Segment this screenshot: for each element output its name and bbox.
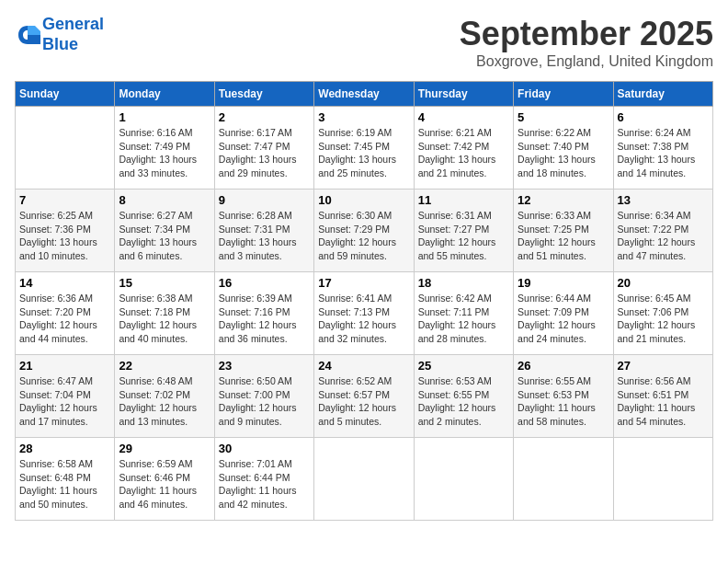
logo-text: General Blue — [42, 15, 104, 54]
calendar-cell: 4Sunrise: 6:21 AMSunset: 7:42 PMDaylight… — [414, 107, 513, 190]
calendar-week-row: 21Sunrise: 6:47 AMSunset: 7:04 PMDayligh… — [16, 355, 713, 438]
day-number: 9 — [219, 193, 310, 207]
calendar-cell: 16Sunrise: 6:39 AMSunset: 7:16 PMDayligh… — [214, 272, 313, 355]
calendar-cell: 22Sunrise: 6:48 AMSunset: 7:02 PMDayligh… — [115, 355, 214, 438]
day-number: 10 — [318, 193, 409, 207]
calendar-cell — [16, 107, 115, 190]
day-info: Sunrise: 6:45 AMSunset: 7:06 PMDaylight:… — [618, 292, 709, 346]
day-number: 28 — [19, 442, 110, 455]
day-number: 21 — [19, 359, 110, 373]
calendar-cell: 3Sunrise: 6:19 AMSunset: 7:45 PMDaylight… — [314, 107, 414, 190]
calendar-cell — [514, 438, 613, 521]
calendar-cell: 14Sunrise: 6:36 AMSunset: 7:20 PMDayligh… — [16, 272, 115, 355]
calendar-cell: 13Sunrise: 6:34 AMSunset: 7:22 PMDayligh… — [613, 190, 712, 272]
day-number: 2 — [219, 110, 310, 124]
day-number: 27 — [618, 359, 709, 373]
day-info: Sunrise: 6:25 AMSunset: 7:36 PMDaylight:… — [19, 209, 110, 263]
day-info: Sunrise: 6:24 AMSunset: 7:38 PMDaylight:… — [618, 126, 709, 180]
calendar-week-row: 1Sunrise: 6:16 AMSunset: 7:49 PMDaylight… — [16, 107, 713, 190]
calendar-cell: 18Sunrise: 6:42 AMSunset: 7:11 PMDayligh… — [414, 272, 513, 355]
day-info: Sunrise: 6:39 AMSunset: 7:16 PMDaylight:… — [219, 292, 310, 346]
day-info: Sunrise: 7:01 AMSunset: 6:44 PMDaylight:… — [219, 457, 310, 511]
day-info: Sunrise: 6:34 AMSunset: 7:22 PMDaylight:… — [618, 209, 709, 263]
day-info: Sunrise: 6:28 AMSunset: 7:31 PMDaylight:… — [219, 209, 310, 263]
day-info: Sunrise: 6:56 AMSunset: 6:51 PMDaylight:… — [618, 374, 709, 429]
weekday-header: Monday — [115, 82, 214, 107]
calendar-week-row: 28Sunrise: 6:58 AMSunset: 6:48 PMDayligh… — [16, 438, 713, 521]
page-header: General Blue September 2025 Boxgrove, En… — [15, 15, 713, 70]
day-info: Sunrise: 6:59 AMSunset: 6:46 PMDaylight:… — [119, 457, 210, 511]
month-title: September 2025 — [460, 15, 713, 53]
calendar-cell: 5Sunrise: 6:22 AMSunset: 7:40 PMDaylight… — [514, 107, 613, 190]
day-info: Sunrise: 6:31 AMSunset: 7:27 PMDaylight:… — [418, 209, 509, 263]
calendar-cell: 10Sunrise: 6:30 AMSunset: 7:29 PMDayligh… — [314, 190, 414, 272]
day-number: 23 — [219, 359, 310, 373]
day-number: 25 — [418, 359, 509, 373]
day-number: 1 — [119, 110, 210, 124]
day-info: Sunrise: 6:16 AMSunset: 7:49 PMDaylight:… — [119, 126, 210, 180]
calendar-week-row: 7Sunrise: 6:25 AMSunset: 7:36 PMDaylight… — [16, 190, 713, 272]
day-number: 13 — [618, 193, 709, 207]
weekday-header: Tuesday — [214, 82, 313, 107]
calendar-cell — [314, 438, 414, 521]
calendar-cell: 21Sunrise: 6:47 AMSunset: 7:04 PMDayligh… — [16, 355, 115, 438]
day-info: Sunrise: 6:30 AMSunset: 7:29 PMDaylight:… — [318, 209, 409, 263]
day-number: 4 — [418, 110, 509, 124]
day-info: Sunrise: 6:48 AMSunset: 7:02 PMDaylight:… — [119, 374, 210, 429]
day-number: 17 — [318, 276, 409, 290]
weekday-header: Sunday — [16, 82, 115, 107]
day-number: 19 — [518, 276, 609, 290]
day-number: 16 — [219, 276, 310, 290]
day-info: Sunrise: 6:41 AMSunset: 7:13 PMDaylight:… — [318, 292, 409, 346]
calendar-cell — [414, 438, 513, 521]
day-info: Sunrise: 6:33 AMSunset: 7:25 PMDaylight:… — [518, 209, 609, 263]
calendar-cell: 17Sunrise: 6:41 AMSunset: 7:13 PMDayligh… — [314, 272, 414, 355]
day-info: Sunrise: 6:38 AMSunset: 7:18 PMDaylight:… — [119, 292, 210, 346]
day-number: 18 — [418, 276, 509, 290]
day-info: Sunrise: 6:52 AMSunset: 6:57 PMDaylight:… — [318, 374, 409, 429]
day-info: Sunrise: 6:58 AMSunset: 6:48 PMDaylight:… — [19, 457, 110, 511]
day-info: Sunrise: 6:42 AMSunset: 7:11 PMDaylight:… — [418, 292, 509, 346]
day-number: 14 — [19, 276, 110, 290]
day-info: Sunrise: 6:47 AMSunset: 7:04 PMDaylight:… — [19, 374, 110, 429]
logo: General Blue — [15, 15, 104, 54]
day-number: 5 — [518, 110, 609, 124]
day-info: Sunrise: 6:55 AMSunset: 6:53 PMDaylight:… — [518, 374, 609, 429]
calendar-cell: 19Sunrise: 6:44 AMSunset: 7:09 PMDayligh… — [514, 272, 613, 355]
day-info: Sunrise: 6:36 AMSunset: 7:20 PMDaylight:… — [19, 292, 110, 346]
calendar-cell: 12Sunrise: 6:33 AMSunset: 7:25 PMDayligh… — [514, 190, 613, 272]
day-number: 6 — [618, 110, 709, 124]
calendar-cell: 6Sunrise: 6:24 AMSunset: 7:38 PMDaylight… — [613, 107, 712, 190]
day-number: 26 — [518, 359, 609, 373]
day-number: 11 — [418, 193, 509, 207]
location-title: Boxgrove, England, United Kingdom — [460, 53, 713, 70]
day-info: Sunrise: 6:17 AMSunset: 7:47 PMDaylight:… — [219, 126, 310, 180]
calendar-cell: 23Sunrise: 6:50 AMSunset: 7:00 PMDayligh… — [214, 355, 313, 438]
day-number: 3 — [318, 110, 409, 124]
logo-icon — [15, 22, 40, 48]
day-number: 29 — [119, 442, 210, 455]
day-info: Sunrise: 6:21 AMSunset: 7:42 PMDaylight:… — [418, 126, 509, 180]
calendar-table: SundayMondayTuesdayWednesdayThursdayFrid… — [15, 81, 713, 521]
weekday-header: Thursday — [414, 82, 513, 107]
calendar-cell: 2Sunrise: 6:17 AMSunset: 7:47 PMDaylight… — [214, 107, 313, 190]
calendar-cell: 28Sunrise: 6:58 AMSunset: 6:48 PMDayligh… — [16, 438, 115, 521]
weekday-header: Wednesday — [314, 82, 414, 107]
calendar-week-row: 14Sunrise: 6:36 AMSunset: 7:20 PMDayligh… — [16, 272, 713, 355]
day-info: Sunrise: 6:50 AMSunset: 7:00 PMDaylight:… — [219, 374, 310, 429]
day-number: 7 — [19, 193, 110, 207]
calendar-cell: 25Sunrise: 6:53 AMSunset: 6:55 PMDayligh… — [414, 355, 513, 438]
day-info: Sunrise: 6:44 AMSunset: 7:09 PMDaylight:… — [518, 292, 609, 346]
day-info: Sunrise: 6:27 AMSunset: 7:34 PMDaylight:… — [119, 209, 210, 263]
calendar-cell: 27Sunrise: 6:56 AMSunset: 6:51 PMDayligh… — [613, 355, 712, 438]
calendar-cell: 11Sunrise: 6:31 AMSunset: 7:27 PMDayligh… — [414, 190, 513, 272]
day-number: 8 — [119, 193, 210, 207]
day-number: 12 — [518, 193, 609, 207]
calendar-cell — [613, 438, 712, 521]
calendar-cell: 9Sunrise: 6:28 AMSunset: 7:31 PMDaylight… — [214, 190, 313, 272]
calendar-cell: 26Sunrise: 6:55 AMSunset: 6:53 PMDayligh… — [514, 355, 613, 438]
day-info: Sunrise: 6:53 AMSunset: 6:55 PMDaylight:… — [418, 374, 509, 429]
day-number: 30 — [219, 442, 310, 455]
calendar-cell: 15Sunrise: 6:38 AMSunset: 7:18 PMDayligh… — [115, 272, 214, 355]
day-number: 22 — [119, 359, 210, 373]
